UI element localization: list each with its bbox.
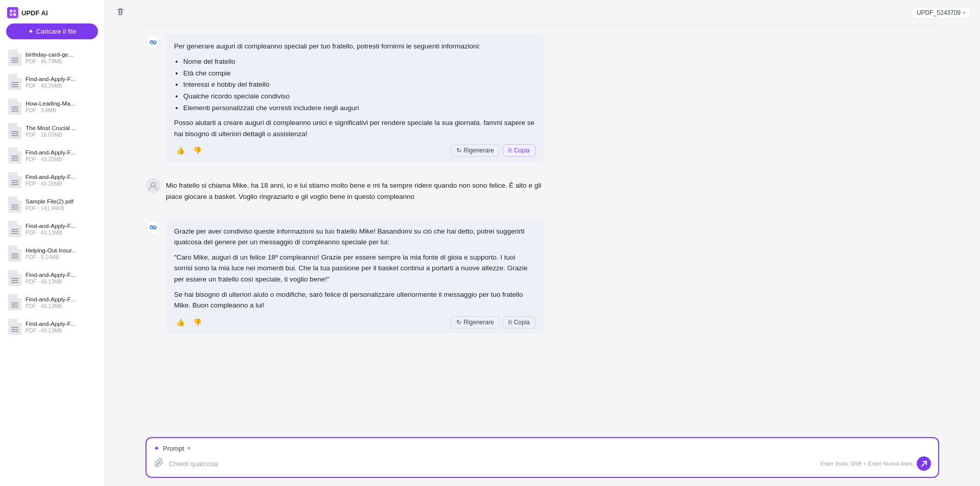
file-icon xyxy=(8,49,21,66)
regenerate-button-1[interactable]: ↻ Rigenerare xyxy=(451,144,499,157)
message-actions-2: 👍 👎 ↻ Rigenerare ⎘ Copia xyxy=(174,316,535,328)
file-info: Find-and-Apply-F... PDF · 43.25MB xyxy=(26,149,96,162)
bullet-item: Nome del fratello xyxy=(183,56,535,68)
copy-button-2[interactable]: ⎘ Copia xyxy=(503,316,535,328)
topbar: UPDF_5243709 ▾ xyxy=(105,0,980,25)
ai-bubble-2: Grazie per aver condiviso queste informa… xyxy=(166,219,544,334)
file-item[interactable]: Find-and-Apply-F... PDF · 43.13MB xyxy=(2,315,102,339)
file-meta: PDF · 43.13MB xyxy=(26,327,96,334)
thumbs-down-button-1[interactable]: 👎 xyxy=(191,145,204,156)
file-item[interactable]: Sample File(2).pdf PDF · 141.94KB xyxy=(2,192,102,217)
send-button[interactable] xyxy=(917,456,931,471)
user-avatar-1 xyxy=(145,178,161,193)
file-name: Find-and-Apply-F... xyxy=(26,149,96,156)
file-item[interactable]: Helping-Out-Insur... PDF · 9.14MB xyxy=(2,241,102,266)
input-hint: Enter Invia; Shift + Enter Nuova linea xyxy=(820,461,913,467)
regenerate-icon-2: ↻ xyxy=(456,319,461,326)
file-meta: PDF · 43.13MB xyxy=(26,278,96,285)
main-content: UPDF_5243709 ▾ Per generare auguri di co… xyxy=(105,0,980,486)
attach-button[interactable] xyxy=(154,457,165,470)
file-info: The Most Crucial ... PDF · 18.03MB xyxy=(26,125,96,138)
bullet-item: Interessi e hobby del fratello xyxy=(183,79,535,91)
bullet-item: Qualche ricordo speciale condiviso xyxy=(183,91,535,103)
file-name: How-Leading-Ma... xyxy=(26,100,96,107)
regenerate-icon-1: ↻ xyxy=(456,147,461,154)
file-name: Find-and-Apply-F... xyxy=(26,272,96,278)
file-info: Find-and-Apply-F... PDF · 43.13MB xyxy=(26,272,96,285)
file-meta: PDF · 43.26MB xyxy=(26,83,96,89)
file-name: Sample File(2).pdf xyxy=(26,198,96,204)
file-info: How-Leading-Ma... PDF · 3.8MB xyxy=(26,100,96,113)
file-info: Find-and-Apply-F... PDF · 43.13MB xyxy=(26,223,96,236)
file-name: The Most Crucial ... xyxy=(26,125,96,131)
file-meta: PDF · 45.79MB xyxy=(26,58,96,64)
thumbs-up-button-2[interactable]: 👍 xyxy=(174,317,187,327)
input-box: ✦ Prompt ▾ Enter Invia; Shift + Enter Nu… xyxy=(145,437,939,478)
ai-avatar-2 xyxy=(145,220,161,235)
ai-bubble-1: Per generare auguri di compleanno specia… xyxy=(166,34,544,162)
ai-msg1-outro: Posso aiutarti a creare auguri di comple… xyxy=(174,117,535,139)
file-icon xyxy=(8,98,21,115)
file-item[interactable]: Find-and-Apply-F... PDF · 43.25MB xyxy=(2,143,102,168)
file-meta: PDF · 9.14MB xyxy=(26,254,96,260)
copy-button-1[interactable]: ⎘ Copia xyxy=(503,144,535,157)
vote-buttons-1: 👍 👎 xyxy=(174,145,204,156)
file-item[interactable]: Find-and-Apply-F... PDF · 43.13MB xyxy=(2,217,102,241)
thumbs-down-button-2[interactable]: 👎 xyxy=(191,317,204,327)
ai-msg1-bullets: Nome del fratelloEtà che compieInteressi… xyxy=(174,56,535,115)
file-meta: PDF · 43.13MB xyxy=(26,229,96,236)
file-item[interactable]: How-Leading-Ma... PDF · 3.8MB xyxy=(2,94,102,119)
file-item[interactable]: Find-and-Apply-F... PDF · 43.26MB xyxy=(2,70,102,94)
file-meta: PDF · 141.94KB xyxy=(26,205,96,211)
file-item[interactable]: Find-and-Apply-F... PDF · 43.13MB xyxy=(2,290,102,315)
bullet-item: Età che compie xyxy=(183,68,535,80)
input-area: ✦ Prompt ▾ Enter Invia; Shift + Enter Nu… xyxy=(105,437,980,486)
ai-message-block-2: Grazie per aver condiviso queste informa… xyxy=(145,219,939,334)
prompt-dropdown-button[interactable]: ▾ xyxy=(187,445,190,452)
message-actions-1: 👍 👎 ↻ Rigenerare ⎘ Copia xyxy=(174,144,535,157)
file-info: Find-and-Apply-F... PDF · 43.26MB xyxy=(26,76,96,89)
chat-input[interactable] xyxy=(169,460,816,468)
copy-icon-1: ⎘ xyxy=(508,147,512,154)
file-item[interactable]: The Most Crucial ... PDF · 18.03MB xyxy=(2,119,102,143)
regenerate-button-2[interactable]: ↻ Rigenerare xyxy=(451,316,499,328)
user-bubble-1: Mio fratello si chiama Mike, ha 18 anni,… xyxy=(166,178,544,202)
file-name: Find-and-Apply-F... xyxy=(26,223,96,229)
file-name: Find-and-Apply-F... xyxy=(26,321,96,327)
user-badge[interactable]: UPDF_5243709 ▾ xyxy=(911,7,971,19)
file-meta: PDF · 43.25MB xyxy=(26,181,96,187)
file-info: Helping-Out-Insur... PDF · 9.14MB xyxy=(26,247,96,260)
file-meta: PDF · 3.8MB xyxy=(26,107,96,113)
file-name: birthday-card-ge... xyxy=(26,52,96,58)
user-badge-text: UPDF_5243709 xyxy=(917,9,961,16)
file-info: Sample File(2).pdf PDF · 141.94KB xyxy=(26,198,96,211)
user-message-1: Mio fratello si chiama Mike, ha 18 anni,… xyxy=(105,170,980,210)
thumbs-up-button-1[interactable]: 👍 xyxy=(174,145,187,156)
ai-message-2: Grazie per aver condiviso queste informa… xyxy=(105,211,980,342)
file-icon xyxy=(8,319,21,335)
upload-button[interactable]: ✦ Caricare il file xyxy=(6,23,98,39)
action-buttons-2: ↻ Rigenerare ⎘ Copia xyxy=(451,316,535,328)
ai-msg2-quote: "Caro Mike, auguri di un felice 18º comp… xyxy=(174,252,535,285)
file-item[interactable]: Find-and-Apply-F... PDF · 43.25MB xyxy=(2,168,102,192)
svg-rect-1 xyxy=(13,10,16,12)
action-buttons-1: ↻ Rigenerare ⎘ Copia xyxy=(451,144,535,157)
file-icon xyxy=(8,221,21,237)
trash-button[interactable] xyxy=(114,5,127,20)
ai-msg2-outro: Se hai bisogno di ulteriori aiuto o modi… xyxy=(174,289,535,311)
file-item[interactable]: Find-and-Apply-F... PDF · 43.13MB xyxy=(2,266,102,290)
sparkle-icon: ✦ xyxy=(154,444,160,452)
sidebar: UPDF AI ✦ Caricare il file birthday-card… xyxy=(0,0,105,486)
plus-icon: ✦ xyxy=(28,28,34,35)
bullet-item: Elementi personalizzati che vorresti inc… xyxy=(183,103,535,114)
svg-rect-3 xyxy=(13,13,16,16)
file-info: Find-and-Apply-F... PDF · 43.13MB xyxy=(26,321,96,334)
ai-msg1-intro: Per generare auguri di compleanno specia… xyxy=(174,41,535,52)
file-icon xyxy=(8,245,21,262)
file-item[interactable]: birthday-card-ge... PDF · 45.79MB xyxy=(2,45,102,70)
copy-icon-2: ⎘ xyxy=(508,319,512,326)
file-icon xyxy=(8,196,21,213)
file-icon xyxy=(8,147,21,164)
file-list: birthday-card-ge... PDF · 45.79MB Find-a… xyxy=(0,45,104,486)
file-name: Find-and-Apply-F... xyxy=(26,296,96,302)
